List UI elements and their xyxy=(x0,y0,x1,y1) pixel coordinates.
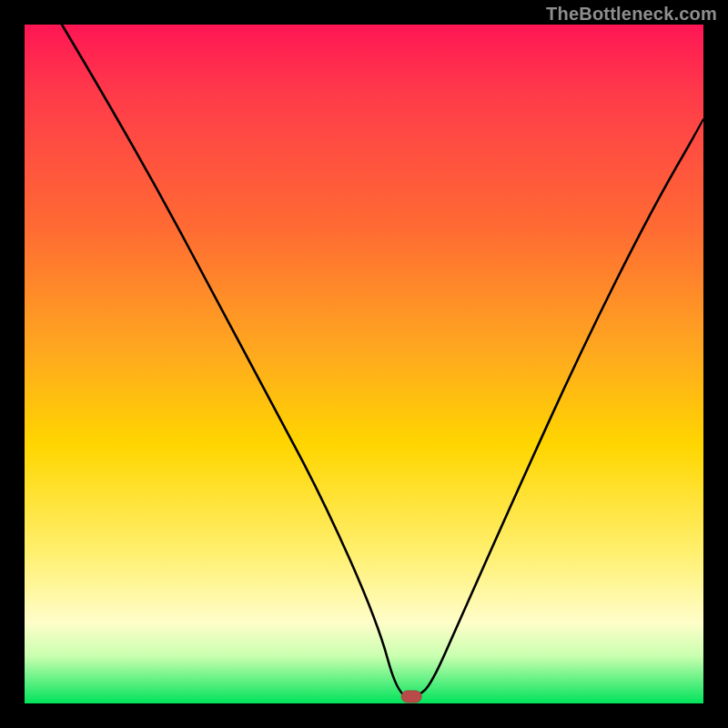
watermark-text: TheBottleneck.com xyxy=(546,4,717,25)
bottleneck-curve xyxy=(62,25,703,697)
chart-svg xyxy=(25,25,703,703)
chart-frame: TheBottleneck.com xyxy=(0,0,728,728)
plot-area xyxy=(25,25,703,703)
optimal-point-marker xyxy=(401,691,421,703)
